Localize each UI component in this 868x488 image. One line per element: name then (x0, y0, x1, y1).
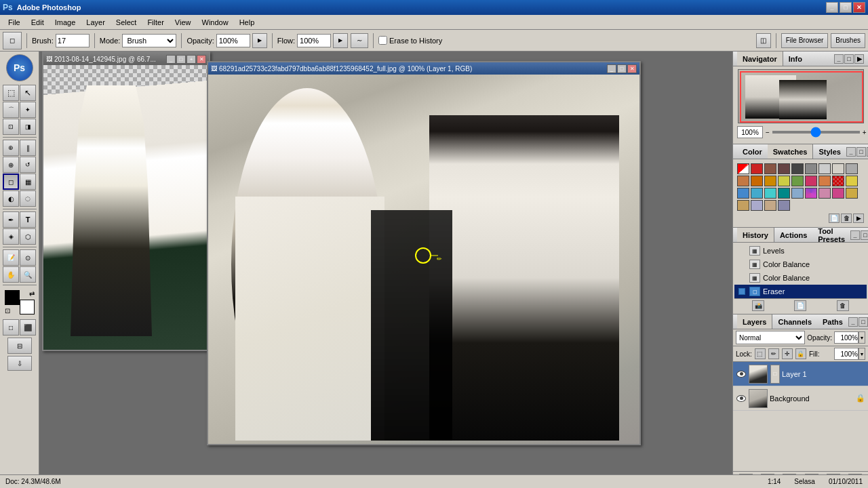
tool-crop[interactable]: ⊡ (3, 119, 19, 135)
menu-file[interactable]: File (3, 17, 26, 28)
opacity-spinner[interactable]: ▼ (859, 331, 865, 344)
swatch-29[interactable] (764, 200, 776, 211)
photoshop-logo-btn[interactable]: Ps (6, 54, 33, 81)
standard-mode-btn[interactable]: □ (3, 319, 19, 336)
history-item-eraser[interactable]: ◻ Eraser (734, 285, 867, 298)
swatch-21[interactable] (778, 188, 790, 199)
history-delete-btn[interactable]: 🗑 (837, 300, 849, 311)
tool-fill[interactable]: ▦ (20, 174, 36, 190)
tool-lasso[interactable]: ⌒ (3, 102, 19, 118)
second-doc-window[interactable]: 🖼 68291ad25733c23fabd797dbba6ab88f123596… (207, 61, 641, 445)
tab-navigator[interactable]: Navigator (737, 52, 783, 66)
swatch-menu-btn[interactable]: ▶ (853, 214, 864, 223)
swatch-26[interactable] (846, 188, 858, 199)
current-tool-icon[interactable]: ◻ (3, 32, 22, 49)
tool-notes[interactable]: 📝 (3, 249, 19, 266)
menu-select[interactable]: Select (111, 17, 142, 28)
history-item-colorbal2[interactable]: ▦ Color Balance (734, 271, 867, 285)
tab-styles[interactable]: Styles (813, 144, 846, 159)
tool-magic-wand[interactable]: ✦ (20, 102, 36, 118)
layer-item-background[interactable]: Background 🔒 (733, 386, 868, 411)
layer1-visibility[interactable] (736, 369, 747, 380)
menu-filter[interactable]: Filter (142, 17, 169, 28)
menu-edit[interactable]: Edit (26, 17, 50, 28)
swatch-19[interactable] (751, 188, 763, 199)
brush-preset-dropdown[interactable] (56, 34, 90, 47)
swatch-22[interactable] (791, 188, 804, 199)
tool-eraser[interactable]: ◻ (3, 174, 19, 190)
swatch-2[interactable] (764, 163, 776, 174)
first-doc-close[interactable]: ✕ (197, 55, 206, 64)
tab-actions[interactable]: Actions (774, 228, 812, 242)
close-button[interactable]: ✕ (853, 2, 865, 13)
background-visibility[interactable] (736, 393, 747, 404)
swatch-25[interactable] (832, 188, 844, 199)
flow-input[interactable] (297, 34, 331, 47)
layers-min-btn[interactable]: _ (848, 317, 858, 327)
default-colors-btn[interactable]: ⊡ (5, 307, 10, 314)
swatch-11[interactable] (764, 176, 776, 186)
file-browser-btn[interactable]: File Browser (781, 33, 829, 48)
history-min-btn[interactable]: _ (850, 230, 860, 240)
swatches-min-btn[interactable]: _ (846, 147, 856, 157)
nav-min-btn[interactable]: _ (834, 54, 844, 64)
tool-shape[interactable]: ⬡ (20, 228, 36, 245)
first-doc-maximize[interactable]: + (186, 55, 196, 64)
tool-eyedropper[interactable]: ⊙ (20, 249, 36, 266)
tool-clone[interactable]: ⊕ (3, 157, 19, 173)
quick-mask-btn[interactable]: ⬛ (20, 319, 36, 336)
tool-history-brush[interactable]: ↺ (20, 157, 36, 173)
swatch-20[interactable] (764, 188, 776, 199)
swatch-12[interactable] (778, 176, 790, 186)
tool-zoom[interactable]: 🔍 (20, 266, 36, 283)
opacity-value-input[interactable] (834, 331, 859, 344)
tool-move[interactable]: ↖ (20, 85, 36, 101)
tool-path-select[interactable]: ◈ (3, 228, 19, 245)
second-doc-controls[interactable]: _ □ ✕ (607, 64, 637, 73)
lock-position-btn[interactable]: ✛ (782, 348, 793, 359)
fill-value-input[interactable] (834, 348, 859, 360)
tool-dodge[interactable]: ◐ (3, 190, 19, 207)
history-new-btn[interactable]: 📸 (752, 300, 764, 311)
flow-arrow[interactable]: ▶ (333, 33, 348, 48)
swatch-16[interactable] (832, 176, 844, 186)
swatch-15[interactable] (818, 176, 831, 186)
first-doc-controls[interactable]: _ □ + ✕ (166, 55, 206, 64)
swatch-no-color[interactable] (737, 163, 749, 174)
palette-btn[interactable]: ◫ (756, 33, 771, 48)
history-max-btn[interactable]: □ (861, 230, 868, 240)
swatch-1[interactable] (751, 163, 763, 174)
swatch-9[interactable] (737, 176, 749, 186)
nav-max-btn[interactable]: □ (844, 54, 854, 64)
swatch-30[interactable] (778, 200, 790, 211)
menu-image[interactable]: Image (50, 17, 81, 28)
maximize-button[interactable]: □ (840, 2, 852, 13)
tool-slice[interactable]: ◨ (20, 119, 36, 135)
second-doc-minimize[interactable]: _ (607, 64, 616, 73)
tab-swatches[interactable]: Swatches (768, 144, 814, 159)
tool-type[interactable]: T (20, 211, 36, 228)
blend-mode-dropdown[interactable]: Normal (736, 331, 805, 344)
swatch-14[interactable] (805, 176, 817, 186)
swatch-new-btn[interactable]: 📄 (829, 214, 840, 223)
first-doc-restore[interactable]: □ (176, 55, 186, 64)
nav-zoom-slider[interactable] (772, 131, 860, 134)
menu-layer[interactable]: Layer (81, 17, 111, 28)
imageready-btn[interactable]: ⇩ (7, 356, 32, 371)
lock-all-btn[interactable]: 🔒 (795, 348, 806, 359)
tool-marquee[interactable]: ⬚ (3, 85, 19, 101)
swatch-3[interactable] (778, 163, 790, 174)
screen-mode-btn[interactable]: ⊟ (7, 338, 32, 354)
background-color-box[interactable] (20, 300, 35, 314)
fill-spinner[interactable]: ▼ (859, 348, 865, 360)
tool-brush[interactable]: ∥ (20, 140, 36, 156)
tool-blur[interactable]: ◌ (20, 190, 36, 207)
swap-colors-btn[interactable]: ⇄ (29, 290, 35, 298)
swatch-24[interactable] (818, 188, 831, 199)
tab-history[interactable]: History (737, 228, 774, 242)
erase-to-history-checkbox[interactable] (378, 36, 387, 45)
first-doc-window[interactable]: 🖼 2013-08-14_142945.jpg @ 66.7... _ □ + … (42, 52, 210, 351)
title-bar-controls[interactable]: _ □ ✕ (826, 2, 865, 13)
swatch-7[interactable] (832, 163, 844, 174)
tool-heal[interactable]: ⊕ (3, 140, 19, 156)
